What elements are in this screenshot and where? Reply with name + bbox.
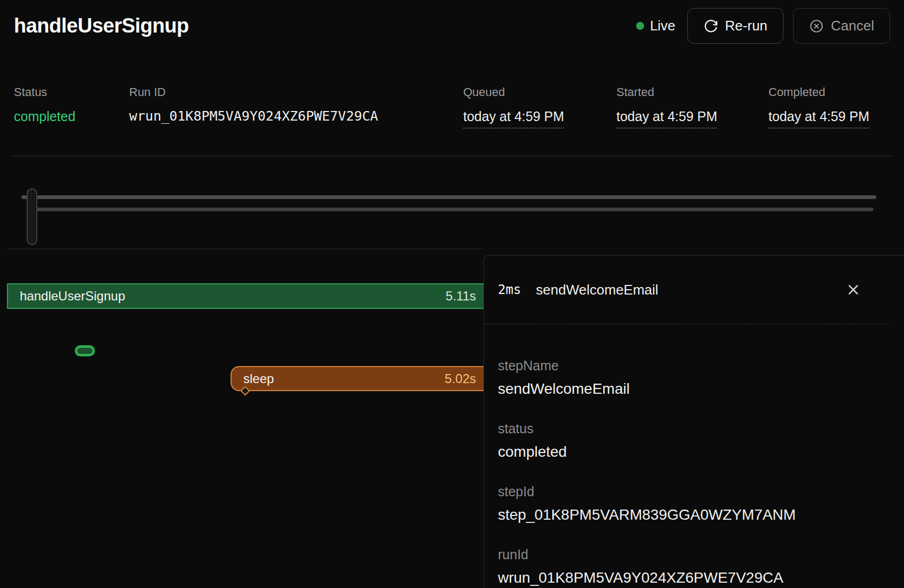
span-sendWelcomeEmail-pill[interactable] — [75, 345, 95, 356]
field-stepId: stepId step_01K8PM5VARM839GGA0WZYM7ANM — [498, 483, 888, 524]
meta-label: Status — [14, 85, 129, 99]
live-indicator[interactable]: Live — [636, 18, 676, 34]
field-label: stepId — [498, 483, 888, 499]
queued-value: today at 4:59 PM — [463, 108, 564, 129]
span-label: sleep — [232, 371, 274, 386]
x-circle-icon — [809, 19, 824, 34]
minimap-brush-handle[interactable] — [27, 188, 37, 245]
timeline-minimap — [0, 156, 904, 249]
field-status: status completed — [498, 420, 888, 461]
step-detail-panel: 2ms sendWelcomeEmail stepName sendWelcom… — [483, 255, 904, 588]
span-duration: 5.11s — [446, 289, 483, 304]
minimap-span-line — [31, 208, 874, 211]
waterfall-top-border — [7, 249, 483, 249]
rerun-label: Re-run — [725, 18, 767, 34]
field-value: sendWelcomeEmail — [498, 380, 888, 398]
meta-label: Run ID — [129, 85, 463, 99]
meta-queued: Queued today at 4:59 PM — [463, 85, 616, 129]
panel-header: 2ms sendWelcomeEmail — [484, 256, 904, 324]
minimap-span-line — [21, 195, 876, 199]
run-metadata: Status completed Run ID wrun_01K8PM5VA9Y… — [14, 85, 890, 129]
meta-completed: Completed today at 4:59 PM — [768, 85, 890, 129]
run-id-value: wrun_01K8PM5VA9Y024XZ6PWE7V29CA — [129, 108, 463, 124]
field-stepName: stepName sendWelcomeEmail — [498, 357, 888, 398]
meta-started: Started today at 4:59 PM — [616, 85, 768, 129]
meta-status: Status completed — [14, 85, 129, 129]
field-runId: runId wrun_01K8PM5VA9Y024XZ6PWE7V29CA — [498, 546, 888, 587]
meta-label: Queued — [463, 85, 616, 99]
meta-label: Started — [616, 85, 768, 99]
meta-run-id: Run ID wrun_01K8PM5VA9Y024XZ6PWE7V29CA — [129, 85, 463, 129]
completed-value: today at 4:59 PM — [768, 108, 869, 129]
field-label: runId — [498, 546, 888, 562]
live-label: Live — [650, 18, 676, 34]
cancel-button[interactable]: Cancel — [793, 8, 890, 44]
started-value: today at 4:59 PM — [616, 108, 717, 129]
meta-label: Completed — [768, 85, 890, 99]
status-value: completed — [14, 108, 129, 124]
span-sleep[interactable]: sleep 5.02s — [231, 366, 483, 391]
step-title: sendWelcomeEmail — [536, 282, 658, 298]
field-label: status — [498, 420, 888, 436]
span-duration: 5.02s — [445, 371, 483, 386]
refresh-icon — [703, 19, 718, 34]
live-dot-icon — [636, 22, 644, 30]
field-label: stepName — [498, 357, 888, 374]
header: handleUserSignup Live Re-run — [14, 8, 890, 44]
field-value: wrun_01K8PM5VA9Y024XZ6PWE7V29CA — [498, 569, 888, 587]
panel-fields: stepName sendWelcomeEmail status complet… — [484, 324, 904, 587]
span-handleUserSignup[interactable]: handleUserSignup 5.11s — [7, 283, 483, 309]
field-value: completed — [498, 443, 888, 461]
span-label: handleUserSignup — [8, 289, 125, 304]
page-title: handleUserSignup — [14, 14, 189, 37]
header-actions: Live Re-run Cancel — [636, 8, 890, 44]
rerun-button[interactable]: Re-run — [687, 8, 783, 44]
field-value: step_01K8PM5VARM839GGA0WZYM7ANM — [498, 506, 888, 524]
cancel-label: Cancel — [831, 18, 874, 34]
close-icon[interactable] — [843, 280, 863, 300]
step-duration: 2ms — [498, 282, 521, 297]
